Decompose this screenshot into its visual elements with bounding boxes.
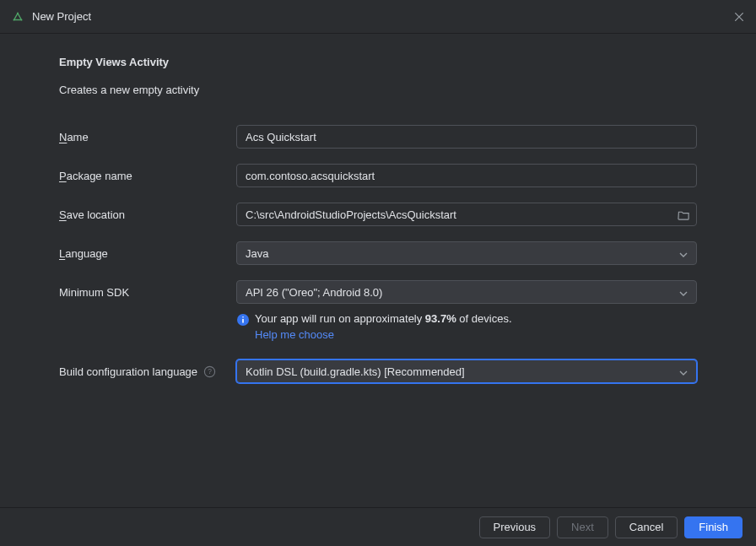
- min-sdk-select[interactable]: API 26 ("Oreo"; Android 8.0): [236, 280, 697, 304]
- help-me-choose-link[interactable]: Help me choose: [255, 328, 334, 341]
- previous-button[interactable]: Previous: [479, 516, 551, 538]
- package-input[interactable]: [236, 164, 697, 187]
- device-coverage-text: Your app will run on approximately 93.7%…: [255, 312, 512, 325]
- page-subheading: Creates a new empty activity: [59, 84, 697, 96]
- row-name: Name: [59, 125, 697, 149]
- label-package: Package name: [59, 170, 236, 182]
- label-build-config: Build configuration language ?: [59, 365, 236, 378]
- row-build-config: Build configuration language ? Kotlin DS…: [59, 359, 697, 383]
- row-save-location: Save location: [59, 203, 697, 226]
- finish-button[interactable]: Finish: [684, 516, 742, 538]
- label-name: Name: [59, 131, 236, 143]
- device-coverage-info: Your app will run on approximately 93.7%…: [236, 312, 697, 341]
- name-input[interactable]: [236, 125, 697, 149]
- help-icon[interactable]: ?: [202, 365, 216, 378]
- title-bar: New Project: [0, 0, 756, 34]
- language-select[interactable]: Java: [236, 241, 697, 265]
- label-min-sdk: Minimum SDK: [59, 286, 236, 299]
- next-button: Next: [557, 516, 608, 538]
- chevron-down-icon: [679, 367, 688, 376]
- dialog-footer: Previous Next Cancel Finish: [0, 507, 756, 546]
- label-language: Language: [59, 247, 236, 260]
- svg-text:?: ?: [208, 367, 212, 376]
- row-language: Language Java: [59, 241, 697, 265]
- svg-rect-4: [242, 319, 244, 323]
- svg-point-1: [14, 19, 15, 20]
- cancel-button[interactable]: Cancel: [615, 516, 678, 538]
- row-min-sdk: Minimum SDK API 26 ("Oreo"; Android 8.0): [59, 280, 697, 304]
- build-config-value: Kotlin DSL (build.gradle.kts) [Recommend…: [246, 365, 465, 378]
- chevron-down-icon: [679, 288, 688, 296]
- language-value: Java: [246, 247, 268, 260]
- close-icon[interactable]: [732, 10, 746, 24]
- android-studio-icon: [12, 11, 24, 23]
- window-title: New Project: [32, 10, 91, 23]
- info-icon: [236, 313, 250, 327]
- page-heading: Empty Views Activity: [59, 56, 697, 68]
- folder-browse-icon[interactable]: [677, 208, 690, 221]
- label-save-location: Save location: [59, 208, 236, 221]
- svg-point-2: [20, 19, 22, 20]
- min-sdk-value: API 26 ("Oreo"; Android 8.0): [246, 286, 382, 299]
- dialog-content: Empty Views Activity Creates a new empty…: [0, 34, 756, 507]
- save-location-input[interactable]: [236, 203, 697, 226]
- svg-rect-5: [242, 316, 244, 318]
- build-config-select[interactable]: Kotlin DSL (build.gradle.kts) [Recommend…: [236, 359, 697, 383]
- chevron-down-icon: [679, 249, 688, 257]
- svg-point-0: [17, 12, 19, 14]
- row-package: Package name: [59, 164, 697, 187]
